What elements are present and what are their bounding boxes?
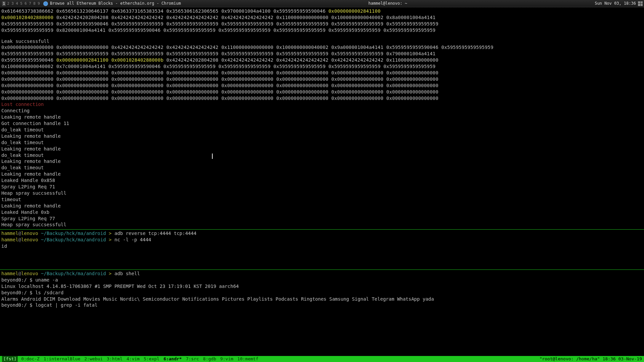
shell-prompt-line: beyond0:/ $ ls /sdcard	[1, 290, 643, 296]
log-line: do_leak timeout	[1, 127, 643, 133]
status-date: 03-Nov-19	[619, 356, 642, 362]
prompt-line: hammel@lenovo ~/Backup/hck/ma/android > …	[1, 230, 643, 237]
cmd-line: id	[1, 243, 643, 249]
log-line: do_leak timeout	[1, 139, 643, 146]
hex-row: 0x0000000000000000 0x0000000000000000 0x…	[1, 89, 643, 95]
log-line: Connecting	[1, 108, 643, 114]
text-cursor	[212, 154, 213, 159]
tmux-window[interactable]: 8:gdb	[203, 356, 216, 362]
hex-row: 0x6164653738386662 0x6565613230646137 0x…	[1, 8, 643, 14]
status-host: "root@lenovo: /home/ha"	[539, 356, 600, 362]
log-line: Got connection handle 11	[1, 120, 643, 127]
workspace-switcher[interactable]: 1 2 3 4 5 6 7 8 9	[2, 1, 41, 6]
log-line: do_leak timeout	[1, 165, 643, 171]
shell-prompt-line: beyond0:/ $ uname -a	[1, 277, 643, 283]
ws-3[interactable]: 3	[11, 1, 14, 6]
ws-9[interactable]: 9	[37, 1, 41, 6]
log-line: Leaking remote handle	[1, 158, 643, 165]
status-right: "root@lenovo: /home/ha" 18:36 03-Nov-19	[539, 356, 642, 362]
log-line: Leaking remote handle	[1, 171, 643, 177]
log-line: Spray L2Ping Req 77	[1, 216, 643, 222]
hex-row: 0x0000000000000000 0x0000000000000000 0x…	[1, 95, 643, 102]
tmux-window[interactable]: 7:src	[186, 356, 199, 362]
tmux-window[interactable]: 0:doc-Z	[21, 356, 40, 362]
terminal-pane-bottom[interactable]: hammel@lenovo ~/Backup/hck/ma/android > …	[0, 270, 644, 344]
log-line: Heap spray succsessfull	[1, 190, 643, 196]
hex-row: 0x0001028402880000 0x4242424202804208 0x…	[1, 14, 643, 21]
hex-row: 0x0000000000000000 0x0000000000000000 0x…	[1, 44, 643, 51]
prompt-line: hammel@lenovo ~/Backup/hck/ma/android > …	[1, 237, 643, 243]
log-line: timeout	[1, 196, 643, 203]
hex-row: 0x1000000000040002 0x7c00001004a4141 0x5…	[1, 63, 643, 70]
shell-prompt-line: beyond0:/ $ logcat | grep -i fatal	[1, 302, 643, 308]
ws-8[interactable]: 8	[33, 1, 36, 6]
log-line: Leaking remote handle	[1, 203, 643, 209]
grid-icon[interactable]	[638, 1, 643, 6]
log-line: Leaking remote handle	[1, 146, 643, 152]
leak-msg: Leak succsessfull	[1, 38, 643, 45]
clock: Sun Nov 03, 18:36	[595, 1, 636, 6]
titlebar-center: hammel@lenovo: ~	[181, 1, 595, 6]
ws-7[interactable]: 7	[28, 1, 32, 6]
log-line: Leaking remote handle	[1, 133, 643, 139]
hex-row: 0x0000000000000000 0x0000000000000000 0x…	[1, 82, 643, 89]
hex-row: 0x5959595959595959 0x5959595959590046 0x…	[1, 21, 643, 27]
log-line: Heap spray succsessfull	[1, 222, 643, 228]
log-line: Leaked Handle 0xb	[1, 209, 643, 216]
ws-1[interactable]: 1	[2, 1, 6, 6]
terminal-pane-middle[interactable]: hammel@lenovo ~/Backup/hck/ma/android > …	[0, 230, 644, 269]
status-windows[interactable]: 0:doc-Z1:internalBlue2:webui3:html4:vim5…	[21, 356, 258, 362]
tmux-window[interactable]: 9:vim	[220, 356, 233, 362]
ws-5[interactable]: 5	[19, 1, 23, 6]
ws-4[interactable]: 4	[15, 1, 19, 6]
ws-2[interactable]: 2	[6, 1, 10, 6]
chromium-icon	[43, 1, 48, 6]
tmux-window[interactable]: 10:memtf	[237, 356, 259, 362]
tmux-statusbar: [fst] 0:doc-Z1:internalBlue2:webui3:html…	[0, 356, 644, 362]
tmux-window[interactable]: 3:html	[107, 356, 122, 362]
tmux-window[interactable]: 1:internalBlue	[44, 356, 80, 362]
status-time: 18:36	[602, 356, 615, 362]
tmux-window[interactable]: 5:expl	[144, 356, 159, 362]
prompt-line: hammel@lenovo ~/Backup/hck/ma/android > …	[1, 270, 643, 277]
output-line: Linux localhost 4.14.85-17063867 #1 SMP …	[1, 283, 643, 290]
tmux-window[interactable]: 2:webui	[85, 356, 103, 362]
hex-row: 0x5959595959590046 0x0000000002841100 0x…	[1, 57, 643, 63]
log-line: Leaking remote handle	[1, 114, 643, 120]
output-line: Alarms Android DCIM Download Movies Musi…	[1, 296, 643, 302]
log-line: Leaked Handle 0x858	[1, 177, 643, 184]
hex-row: 0x5959595959595959 0x5959595959595959 0x…	[1, 51, 643, 57]
tmux-window[interactable]: 6:andr*	[163, 356, 182, 362]
lost-connection-msg: Lost connection	[1, 101, 643, 108]
hex-row: 0x5959595959595959 0x8200001004a4141 0x5…	[1, 27, 643, 34]
ws-6[interactable]: 6	[24, 1, 28, 6]
tmux-window[interactable]: 4:vim	[126, 356, 140, 362]
status-session: [fst]	[2, 356, 18, 362]
log-line: do_leak timeout	[1, 152, 643, 159]
terminal-pane-top[interactable]: 0x6164653738386662 0x6565613230646137 0x…	[0, 7, 644, 229]
window-title: Browse all Ethereum Blocks - etherchain.…	[50, 1, 181, 6]
log-line: Spray L2Ping Req 71	[1, 184, 643, 190]
hex-row: 0x0000000000000000 0x0000000000000000 0x…	[1, 76, 643, 82]
hex-row: 0x0000000000000000 0x0000000000000000 0x…	[1, 70, 643, 76]
window-titlebar: 1 2 3 4 5 6 7 8 9 Browse all Ethereum Bl…	[0, 0, 644, 7]
